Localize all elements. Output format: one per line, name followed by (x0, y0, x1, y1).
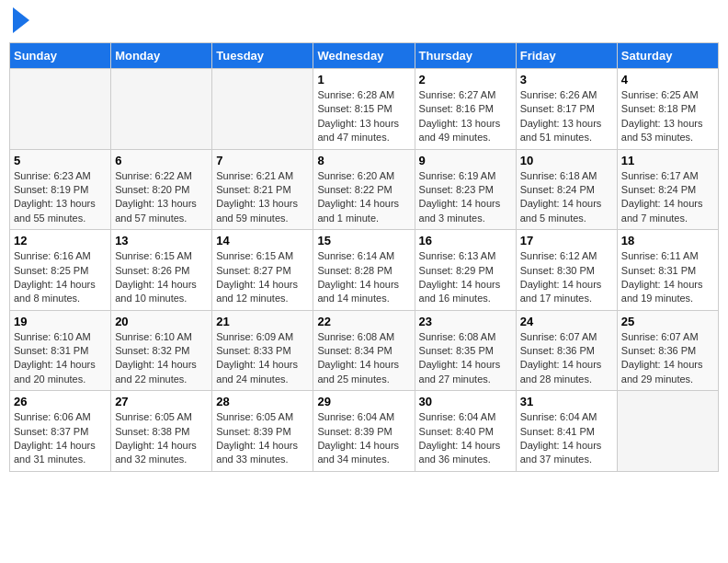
calendar-cell: 21 Sunrise: 6:09 AM Sunset: 8:33 PM Dayl… (212, 310, 313, 391)
calendar-cell: 10 Sunrise: 6:18 AM Sunset: 8:24 PM Dayl… (516, 149, 617, 230)
calendar-header-friday: Friday (516, 43, 617, 69)
sunrise-text: Sunrise: 6:13 AM (419, 250, 496, 261)
daylight-text: Daylight: 14 hours and 8 minutes. (14, 279, 96, 304)
daylight-text: Daylight: 13 hours and 53 minutes. (621, 118, 703, 143)
daylight-text: Daylight: 14 hours and 36 minutes. (419, 440, 501, 465)
sunrise-text: Sunrise: 6:12 AM (520, 250, 597, 261)
daylight-text: Daylight: 14 hours and 29 minutes. (621, 359, 703, 384)
day-number: 10 (520, 154, 613, 167)
sunset-text: Sunset: 8:16 PM (419, 103, 494, 114)
sunset-text: Sunset: 8:18 PM (621, 103, 696, 114)
page-header (9, 9, 719, 33)
day-info: Sunrise: 6:05 AM Sunset: 8:38 PM Dayligh… (115, 410, 208, 467)
sunset-text: Sunset: 8:37 PM (14, 426, 88, 437)
sunrise-text: Sunrise: 6:07 AM (520, 331, 597, 342)
sunset-text: Sunset: 8:39 PM (317, 426, 392, 437)
day-number: 8 (317, 154, 410, 167)
daylight-text: Daylight: 14 hours and 34 minutes. (317, 440, 399, 465)
calendar-cell (212, 69, 313, 150)
sunset-text: Sunset: 8:20 PM (115, 184, 189, 195)
calendar-header-wednesday: Wednesday (313, 43, 415, 69)
calendar-cell: 15 Sunrise: 6:14 AM Sunset: 8:28 PM Dayl… (313, 230, 415, 311)
calendar-cell: 17 Sunrise: 6:12 AM Sunset: 8:30 PM Dayl… (516, 230, 617, 311)
logo (9, 9, 29, 33)
sunrise-text: Sunrise: 6:23 AM (14, 170, 91, 181)
daylight-text: Daylight: 14 hours and 22 minutes. (115, 359, 197, 384)
sunset-text: Sunset: 8:24 PM (520, 184, 595, 195)
day-number: 20 (115, 315, 208, 328)
calendar-cell: 24 Sunrise: 6:07 AM Sunset: 8:36 PM Dayl… (516, 310, 617, 391)
day-number: 28 (216, 395, 309, 408)
sunrise-text: Sunrise: 6:09 AM (216, 331, 293, 342)
sunset-text: Sunset: 8:23 PM (419, 184, 494, 195)
calendar-week-1: 1 Sunrise: 6:28 AM Sunset: 8:15 PM Dayli… (10, 69, 719, 150)
daylight-text: Daylight: 14 hours and 1 minute. (317, 198, 399, 223)
calendar-table: SundayMondayTuesdayWednesdayThursdayFrid… (9, 42, 719, 472)
day-info: Sunrise: 6:10 AM Sunset: 8:32 PM Dayligh… (115, 330, 208, 387)
sunset-text: Sunset: 8:17 PM (520, 103, 595, 114)
calendar-cell: 1 Sunrise: 6:28 AM Sunset: 8:15 PM Dayli… (313, 69, 415, 150)
day-info: Sunrise: 6:20 AM Sunset: 8:22 PM Dayligh… (317, 169, 410, 226)
day-number: 26 (14, 395, 107, 408)
calendar-cell: 23 Sunrise: 6:08 AM Sunset: 8:35 PM Dayl… (415, 310, 516, 391)
calendar-cell: 18 Sunrise: 6:11 AM Sunset: 8:31 PM Dayl… (617, 230, 718, 311)
calendar-cell: 6 Sunrise: 6:22 AM Sunset: 8:20 PM Dayli… (111, 149, 212, 230)
day-info: Sunrise: 6:04 AM Sunset: 8:40 PM Dayligh… (419, 410, 512, 467)
calendar-header-sunday: Sunday (10, 43, 111, 69)
sunset-text: Sunset: 8:31 PM (14, 345, 88, 356)
day-number: 7 (216, 154, 309, 167)
sunset-text: Sunset: 8:35 PM (419, 345, 494, 356)
calendar-cell (111, 69, 212, 150)
sunset-text: Sunset: 8:31 PM (621, 265, 696, 276)
sunset-text: Sunset: 8:29 PM (419, 265, 494, 276)
daylight-text: Daylight: 13 hours and 51 minutes. (520, 118, 602, 143)
calendar-week-5: 26 Sunrise: 6:06 AM Sunset: 8:37 PM Dayl… (10, 391, 719, 472)
day-number: 18 (621, 234, 714, 247)
sunrise-text: Sunrise: 6:08 AM (419, 331, 496, 342)
sunrise-text: Sunrise: 6:10 AM (115, 331, 192, 342)
day-info: Sunrise: 6:15 AM Sunset: 8:26 PM Dayligh… (115, 249, 208, 306)
calendar-cell: 5 Sunrise: 6:23 AM Sunset: 8:19 PM Dayli… (10, 149, 111, 230)
sunset-text: Sunset: 8:25 PM (14, 265, 88, 276)
sunset-text: Sunset: 8:36 PM (621, 345, 696, 356)
calendar-cell: 12 Sunrise: 6:16 AM Sunset: 8:25 PM Dayl… (10, 230, 111, 311)
day-number: 12 (14, 234, 107, 247)
day-number: 24 (520, 315, 613, 328)
sunrise-text: Sunrise: 6:08 AM (317, 331, 394, 342)
sunrise-text: Sunrise: 6:28 AM (317, 89, 394, 100)
calendar-cell (617, 391, 718, 472)
day-info: Sunrise: 6:04 AM Sunset: 8:41 PM Dayligh… (520, 410, 613, 467)
calendar-cell: 9 Sunrise: 6:19 AM Sunset: 8:23 PM Dayli… (415, 149, 516, 230)
day-number: 3 (520, 73, 613, 86)
day-number: 25 (621, 315, 714, 328)
day-info: Sunrise: 6:23 AM Sunset: 8:19 PM Dayligh… (14, 169, 107, 226)
sunrise-text: Sunrise: 6:04 AM (419, 411, 496, 422)
sunrise-text: Sunrise: 6:05 AM (115, 411, 192, 422)
sunrise-text: Sunrise: 6:25 AM (621, 89, 699, 100)
sunset-text: Sunset: 8:27 PM (216, 265, 290, 276)
day-number: 16 (419, 234, 512, 247)
day-number: 9 (419, 154, 512, 167)
sunrise-text: Sunrise: 6:22 AM (115, 170, 192, 181)
day-number: 5 (14, 154, 107, 167)
day-info: Sunrise: 6:14 AM Sunset: 8:28 PM Dayligh… (317, 249, 410, 306)
day-info: Sunrise: 6:26 AM Sunset: 8:17 PM Dayligh… (520, 88, 613, 145)
sunset-text: Sunset: 8:30 PM (520, 265, 595, 276)
daylight-text: Daylight: 14 hours and 14 minutes. (317, 279, 399, 304)
day-info: Sunrise: 6:05 AM Sunset: 8:39 PM Dayligh… (216, 410, 309, 467)
calendar-cell: 31 Sunrise: 6:04 AM Sunset: 8:41 PM Dayl… (516, 391, 617, 472)
sunrise-text: Sunrise: 6:16 AM (14, 250, 91, 261)
daylight-text: Daylight: 14 hours and 3 minutes. (419, 198, 501, 223)
calendar-cell (10, 69, 111, 150)
daylight-text: Daylight: 14 hours and 16 minutes. (419, 279, 501, 304)
sunset-text: Sunset: 8:22 PM (317, 184, 392, 195)
sunrise-text: Sunrise: 6:18 AM (520, 170, 597, 181)
sunrise-text: Sunrise: 6:11 AM (621, 250, 699, 261)
sunset-text: Sunset: 8:39 PM (216, 426, 290, 437)
daylight-text: Daylight: 14 hours and 31 minutes. (14, 440, 96, 465)
calendar-cell: 25 Sunrise: 6:07 AM Sunset: 8:36 PM Dayl… (617, 310, 718, 391)
daylight-text: Daylight: 14 hours and 25 minutes. (317, 359, 399, 384)
sunrise-text: Sunrise: 6:20 AM (317, 170, 394, 181)
calendar-cell: 22 Sunrise: 6:08 AM Sunset: 8:34 PM Dayl… (313, 310, 415, 391)
day-info: Sunrise: 6:17 AM Sunset: 8:24 PM Dayligh… (621, 169, 714, 226)
